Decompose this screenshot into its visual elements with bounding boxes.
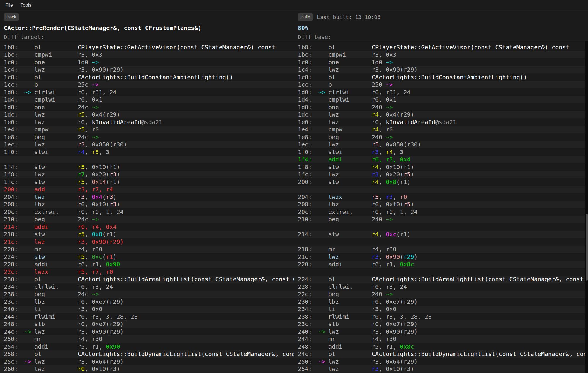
menu-item-file[interactable]: File [5, 3, 13, 8]
asm-row[interactable]: 1ec:lwzr5, 0x850(r30) [294, 141, 588, 148]
asm-row[interactable]: 214:stwr4, 0xc(r1) [294, 231, 588, 238]
asm-row[interactable]: 20c:extrwi.r0, r0, 1, 24 [0, 208, 294, 216]
asm-row[interactable]: 22c:lwzxr5, r7, r0 [0, 268, 294, 276]
build-button[interactable]: Build [298, 13, 313, 21]
asm-row[interactable]: 1f4:addir0, r3, 0x4 [294, 156, 588, 163]
asm-row[interactable]: 21c:lwzr3, 0x90(r29) [294, 253, 588, 261]
asm-row[interactable]: 23c:stbr0, 0xe7(r29) [294, 320, 588, 328]
asm-row[interactable]: 1b8:blCPlayerState::GetActiveVisor(const… [294, 43, 588, 51]
asm-row[interactable]: 1cc:b25c ~> [0, 81, 294, 89]
asm-row[interactable]: 250:mrr4, r30 [0, 335, 294, 343]
asm-row[interactable]: 220:mrr4, r30 [0, 246, 294, 253]
asm-row[interactable]: 1c0:bne1d0 ~> [294, 58, 588, 66]
asm-row[interactable]: 1f4:stwr5, 0x10(r1) [0, 163, 294, 171]
asm-row[interactable]: 1e0:lwzr0, kInvalidAreaId@sda21 [0, 118, 294, 126]
asm-row[interactable]: 220:addir6, r1, 0x8c [294, 261, 588, 268]
asm-row[interactable]: 224:stwr5, 0xc(r1) [0, 253, 294, 261]
asm-row[interactable]: 1b8:blCPlayerState::GetActiveVisor(const… [0, 43, 294, 51]
asm-mnemonic: lbz [328, 201, 372, 208]
asm-row[interactable]: 204:lwzxr5, r3, r0 [294, 193, 588, 201]
asm-row[interactable]: 260:lwzr0, 0x10(r3) [0, 365, 294, 373]
asm-row[interactable]: 200:addr3, r7, r4 [0, 186, 294, 193]
asm-row[interactable]: 1f0:slwir3, r4, 3 [294, 148, 588, 156]
asm-address: 21c: [294, 253, 313, 260]
asm-row[interactable]: 1e0:lwzr0, kInvalidAreaId@sda21 [294, 118, 588, 126]
asm-row[interactable]: 244:rlwimir0, r3, 3, 28, 28 [0, 313, 294, 320]
asm-mnemonic: mr [328, 335, 372, 342]
asm-row[interactable]: 248:stbr0, 0xe7(r29) [0, 320, 294, 328]
asm-row[interactable]: 240:~>lwzr3, 0x90(r29) [294, 328, 588, 335]
menu-item-tools[interactable]: Tools [21, 3, 31, 8]
asm-token: ( [102, 253, 106, 260]
asm-row[interactable]: 1d4:cmplwir0, 0x1 [0, 96, 294, 104]
asm-row[interactable]: 1c8:blCActorLights::BuildConstantAmbient… [294, 73, 588, 81]
asm-row[interactable]: 210:beq240 ~> [294, 216, 588, 223]
asm-row[interactable]: 1c8:blCActorLights::BuildConstantAmbient… [0, 73, 294, 81]
asm-row[interactable]: 204:lwzr3, 0x4(r3) [0, 193, 294, 201]
asm-row[interactable]: 200:stwr4, 0x8(r1) [294, 178, 588, 186]
asm-row[interactable]: 208:lbzr0, 0xf0(r3) [0, 201, 294, 208]
asm-row[interactable]: 230:blCActorLights::BuildAreaLightList(c… [0, 276, 294, 283]
scrollbar-thumb[interactable] [586, 214, 588, 281]
asm-row[interactable]: 1c4:lwzr3, 0x90(r29) [294, 66, 588, 74]
asm-row[interactable]: 1bc:cmpwir3, 0x3 [294, 51, 588, 59]
asm-mnemonic: lwz [34, 238, 78, 245]
asm-row[interactable]: 248:addir5, r1, 0x8c [294, 343, 588, 350]
asm-row[interactable]: 1e4:cmpwr5, r0 [0, 126, 294, 134]
asm-row[interactable]: 238:beq24c ~> [0, 291, 294, 298]
asm-row[interactable]: 238:rlwimir0, r3, 3, 28, 28 [294, 313, 588, 320]
asm-row[interactable]: 1dc:lwzr5, 0x4(r29) [0, 111, 294, 119]
asm-address: 1f4: [294, 156, 313, 163]
asm-token: r0, 0xe7(r29) [78, 320, 124, 328]
asm-row[interactable]: 1d4:cmplwir0, 0x1 [294, 96, 588, 104]
asm-row[interactable]: 20c:extrwi.r0, r0, 1, 24 [294, 208, 588, 216]
asm-row[interactable]: 254:lwzr3, 0x10(r3) [294, 365, 588, 373]
asm-row[interactable]: 218:mrr4, r30 [294, 246, 588, 253]
scrollbar[interactable] [585, 41, 588, 373]
asm-row[interactable]: 208:lbzr0, 0xf0(r5) [294, 201, 588, 208]
asm-row[interactable]: 1c0:bne1d0 ~> [0, 58, 294, 66]
asm-row[interactable]: 24c:~>lwzr3, 0x90(r29) [0, 328, 294, 335]
asm-row[interactable]: 24c:blCActorLights::BuildDynamicLightLis… [294, 350, 588, 358]
asm-row[interactable]: 230:lbzr0, 0xe7(r29) [294, 298, 588, 306]
asm-row[interactable]: 218:stwr5, 0x8(r1) [0, 231, 294, 238]
asm-row[interactable]: 1e8:beq24c ~> [0, 133, 294, 141]
asm-row[interactable]: 1d0:~>clrlwir0, r31, 24 [0, 88, 294, 96]
base-pane-header: Build Last built: 13:10:06 80% Diff base… [294, 11, 588, 41]
asm-row[interactable]: 21c:lwzr3, 0x90(r29) [0, 238, 294, 246]
asm-row[interactable]: 1f0:slwir4, r5, 3 [0, 148, 294, 156]
asm-row[interactable]: 234:lir3, 0x0 [294, 306, 588, 313]
asm-row[interactable]: 234:clrlwi.r0, r3, 24 [0, 283, 294, 291]
asm-row[interactable]: 240:lir3, 0x0 [0, 306, 294, 313]
asm-row[interactable]: 224:blCActorLights::BuildAreaLightList(c… [294, 276, 588, 283]
asm-mnemonic: beq [34, 291, 78, 298]
asm-row[interactable]: 1f8:lwzr7, 0x20(r3) [0, 171, 294, 178]
asm-row[interactable]: 228:clrlwi.r0, r3, 24 [294, 283, 588, 291]
asm-row[interactable]: 22c:beq240 ~> [294, 291, 588, 298]
asm-row[interactable]: 214:addir0, r4, 0x4 [0, 223, 294, 231]
asm-row[interactable]: 1e4:cmpwr4, r0 [294, 126, 588, 134]
asm-row[interactable]: 1fc:lwzr3, 0x20(r5) [294, 171, 588, 178]
asm-row[interactable]: 1bc:cmpwir3, 0x3 [0, 51, 294, 59]
asm-row[interactable]: 1d8:bne240 ~> [294, 103, 588, 111]
asm-row[interactable]: 250:~>lwzr3, 0x64(r29) [294, 358, 588, 365]
asm-row[interactable]: 1dc:lwzr4, 0x4(r29) [294, 111, 588, 119]
asm-row[interactable]: 1cc:b250 ~> [294, 81, 588, 89]
asm-row[interactable]: 1e8:beq240 ~> [294, 133, 588, 141]
asm-row[interactable]: 1c4:lwzr3, 0x90(r29) [0, 66, 294, 74]
asm-row[interactable]: 228:addir6, r1, 0x90 [0, 261, 294, 268]
asm-row[interactable]: 1ec:lwzr3, 0x850(r30) [0, 141, 294, 148]
asm-address: 210: [0, 216, 19, 223]
asm-row[interactable]: 25c:~>lwzr3, 0x64(r29) [0, 358, 294, 365]
back-button[interactable]: Back [4, 13, 19, 21]
asm-row[interactable]: 210:beq24c ~> [0, 216, 294, 223]
asm-row[interactable]: 1fc:stwr5, 0x14(r1) [0, 178, 294, 186]
asm-row[interactable]: 254:addir5, r1, 0x90 [0, 343, 294, 350]
asm-row[interactable]: 258:blCActorLights::BuildDynamicLightLis… [0, 350, 294, 358]
asm-row[interactable]: 244:mrr4, r30 [294, 335, 588, 343]
asm-address: 234: [0, 283, 19, 290]
asm-row[interactable]: 1f8:stwr4, 0x10(r1) [294, 163, 588, 171]
asm-row[interactable]: 23c:lbzr0, 0xe7(r29) [0, 298, 294, 306]
asm-row[interactable]: 1d0:~>clrlwir0, r31, 24 [294, 88, 588, 96]
asm-row[interactable]: 1d8:bne24c ~> [0, 103, 294, 111]
